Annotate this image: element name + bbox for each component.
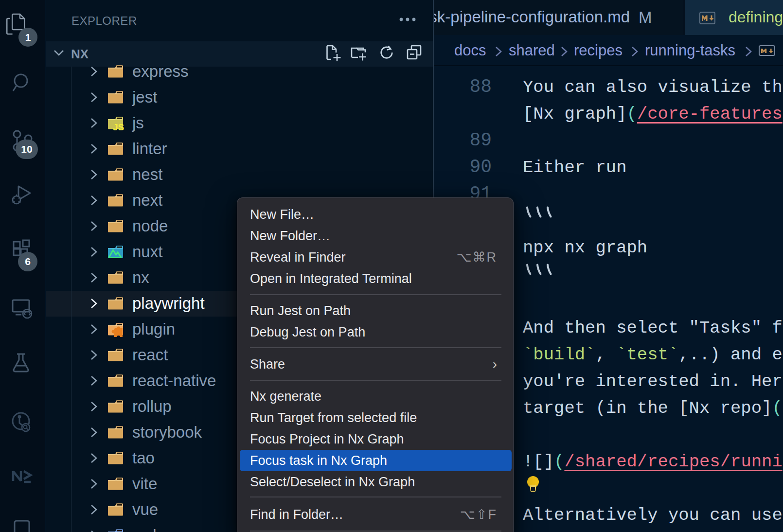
svg-text:JS: JS bbox=[113, 122, 124, 132]
